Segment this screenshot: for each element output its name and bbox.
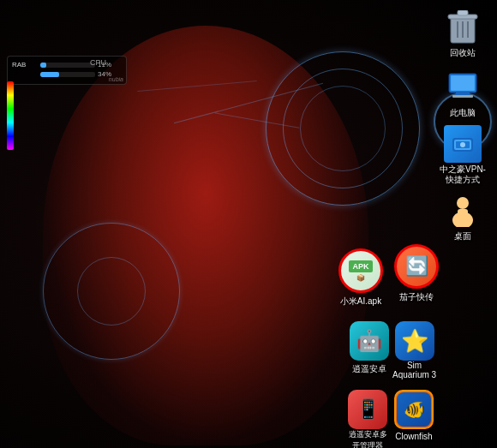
vpn-icon[interactable]: 中之豪VPN- 快捷方式 (433, 125, 493, 185)
ram-bar-track (40, 72, 95, 77)
xiaoyao-manager-icon[interactable]: 📱 逍遥安卓多 开管理器 (348, 390, 387, 448)
recycle-bin-icon[interactable]: 回收站 (433, 9, 493, 58)
xiaoyao-manager-image: 📱 (348, 390, 387, 429)
xiaomi-apk-image: APK 📦 (338, 248, 383, 293)
vpn-label-line1: 中之豪VPN- (434, 164, 492, 175)
svg-rect-9 (452, 95, 473, 98)
svg-rect-8 (456, 93, 470, 95)
rainbow-color-bar (7, 81, 14, 150)
right-sidebar: 回收站 此电脑 (428, 0, 497, 448)
xiaomi-apk-icon[interactable]: APK 📦 小米AI.apk (338, 248, 383, 308)
svg-point-14 (460, 142, 465, 147)
xiaoyao-label: 逍遥安卓 (352, 363, 386, 375)
hud-circle-left-inner (77, 257, 146, 326)
desktop-folder-svg (446, 194, 480, 227)
clownfish-image: 🐠 (394, 390, 434, 429)
computer-image (444, 69, 482, 106)
xiaoyao-manager-label1: 逍遥安卓多 (349, 429, 387, 440)
xiaomi-apk-label: 小米AI.apk (340, 296, 381, 308)
svg-point-15 (457, 197, 469, 209)
xiaoyao-image: 🤖 (350, 321, 389, 361)
recycle-bin-label: 回收站 (434, 48, 492, 58)
svg-rect-17 (458, 209, 468, 221)
clownfish-label: Clownfish (395, 432, 432, 441)
qiezi-label: 茄子快传 (399, 291, 434, 303)
sim-aquarium-label1: Sim (407, 361, 422, 370)
hud-circle-small (300, 86, 386, 171)
cpu-label: RAB (12, 61, 38, 69)
qiezi-image: 🔄 (394, 244, 439, 289)
desktop-folder-label: 桌面 (434, 231, 492, 242)
desktop-folder-icon[interactable]: 桌面 (433, 192, 493, 242)
vpn-label-line2: 快捷方式 (434, 175, 492, 185)
system-widget: RAB 11% 34% nubia (7, 56, 127, 85)
sim-aquarium-label2: Aquarium 3 (392, 370, 436, 379)
xiaoyao-android-icon[interactable]: 🤖 逍遥安卓 (350, 321, 389, 375)
sim-aquarium-icon[interactable]: ⭐ Sim Aquarium 3 (392, 321, 436, 379)
vpn-svg (450, 131, 476, 157)
nubia-logo: nubia (109, 76, 123, 82)
computer-svg (444, 69, 482, 106)
this-computer-label: 此电脑 (434, 108, 492, 118)
recycle-bin-image (444, 9, 482, 46)
xiaoyao-manager-label2: 开管理器 (352, 440, 383, 448)
cpu-bar-track (40, 63, 95, 68)
desktop-background: RAB 11% 34% nubia CPU (0, 0, 497, 448)
desktop-folder-image (444, 192, 482, 230)
sim-aquarium-image: ⭐ (395, 321, 434, 361)
svg-rect-2 (458, 10, 468, 15)
cpu-bar-fill (40, 63, 46, 68)
recycle-bin-svg (447, 10, 478, 45)
svg-rect-10 (452, 76, 474, 90)
vpn-image (444, 125, 482, 163)
ram-bar-fill (40, 72, 59, 77)
qiezi-kuaichuan-icon[interactable]: 🔄 茄子快传 (394, 244, 439, 303)
clownfish-icon[interactable]: 🐠 Clownfish (394, 390, 434, 441)
cpu-title: CPU (90, 58, 106, 67)
this-computer-icon[interactable]: 此电脑 (433, 69, 493, 118)
